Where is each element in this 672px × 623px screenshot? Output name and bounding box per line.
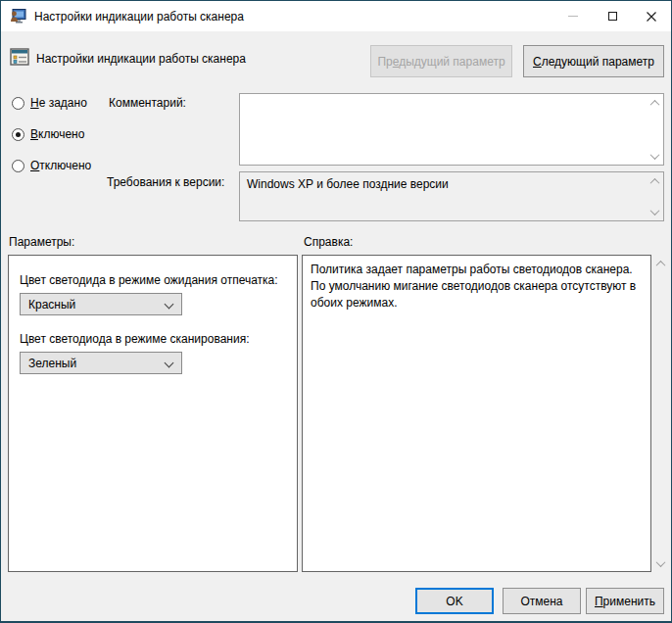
options-section-label: Параметры: — [9, 235, 74, 249]
previous-setting-label-pre: Пр — [377, 55, 392, 69]
next-setting-label-key: С — [533, 55, 542, 69]
maximize-button[interactable] — [593, 1, 632, 31]
chevron-up-icon — [649, 99, 659, 109]
window-title: Настройки индикации работы сканера — [34, 10, 553, 24]
radio-enabled-label: Включено — [30, 127, 84, 141]
help-text: Политика задает параметры работы светоди… — [311, 262, 643, 312]
previous-setting-label-rest: дыдущий параметр — [399, 55, 504, 69]
supported-scroll-up-button[interactable] — [647, 173, 662, 189]
maximize-icon — [608, 12, 617, 21]
chevron-down-icon — [655, 557, 665, 567]
close-button[interactable] — [632, 1, 671, 31]
comment-scroll-down-button[interactable] — [647, 148, 662, 164]
previous-setting-button[interactable]: Предыдущий параметр — [370, 45, 512, 77]
next-setting-button[interactable]: Следующий параметр — [523, 45, 664, 77]
chevron-up-icon — [655, 260, 665, 269]
supported-scroll-down-button[interactable] — [647, 204, 662, 219]
group-policy-app-icon — [10, 9, 26, 24]
comment-label: Комментарий: — [109, 96, 186, 110]
radio-not-configured[interactable]: Не задано — [12, 95, 87, 111]
radio-enabled[interactable]: Включено — [12, 126, 84, 142]
apply-button-label: Применить — [595, 595, 655, 608]
help-scroll-down-button[interactable] — [652, 555, 668, 571]
apply-button[interactable]: Применить — [586, 588, 664, 614]
radio-circle — [12, 97, 24, 110]
policy-setting-icon — [10, 47, 29, 67]
chevron-down-icon — [649, 150, 659, 160]
close-icon — [647, 12, 656, 22]
scan-led-color-value: Зеленый — [28, 357, 76, 370]
option1-label: Цвет светодида в режиме ожидания отпечат… — [20, 273, 278, 287]
titlebar: Настройки индикации работы сканера — [1, 1, 671, 31]
radio-not-configured-label: Не задано — [30, 96, 87, 110]
chevron-down-icon — [165, 359, 174, 368]
ok-button-label: OK — [446, 595, 462, 608]
next-setting-label-rest: ледующий параметр — [542, 55, 654, 69]
options-panel: Цвет светодида в режиме ожидания отпечат… — [8, 255, 298, 572]
radio-disabled[interactable]: Отключено — [12, 158, 91, 173]
chevron-up-icon — [649, 177, 659, 187]
supported-on-box: Windows XP и более поздние версии — [239, 171, 664, 221]
cancel-button[interactable]: Отмена — [503, 588, 581, 614]
supported-on-value: Windows XP и более поздние версии — [247, 177, 642, 191]
idle-led-color-dropdown[interactable]: Красный — [20, 293, 182, 315]
chevron-down-icon — [165, 300, 174, 310]
cancel-button-label: Отмена — [520, 595, 562, 608]
radio-disabled-label: Отключено — [30, 159, 91, 172]
radio-circle — [12, 128, 24, 141]
supported-on-label: Требования к версии: — [107, 175, 224, 189]
policy-name: Настройки индикации работы сканера — [36, 52, 246, 66]
radio-circle — [12, 160, 24, 172]
idle-led-color-value: Красный — [28, 298, 75, 312]
ok-button[interactable]: OK — [415, 588, 494, 614]
minimize-button[interactable] — [553, 1, 593, 31]
policy-setting-dialog: Настройки индикации работы сканера Настр… — [0, 0, 672, 623]
comment-scroll-up-button[interactable] — [647, 95, 662, 111]
comment-textarea[interactable] — [239, 93, 664, 166]
help-scroll-up-button[interactable] — [652, 256, 668, 271]
help-scrollbar[interactable] — [652, 255, 668, 572]
scan-led-color-dropdown[interactable]: Зеленый — [20, 352, 182, 374]
minimize-icon — [568, 16, 578, 17]
help-section-label: Справка: — [304, 235, 353, 249]
chevron-down-icon — [649, 206, 659, 216]
help-panel: Политика задает параметры работы светоди… — [302, 255, 651, 572]
option2-label: Цвет светодиода в режиме сканирования: — [20, 332, 250, 346]
